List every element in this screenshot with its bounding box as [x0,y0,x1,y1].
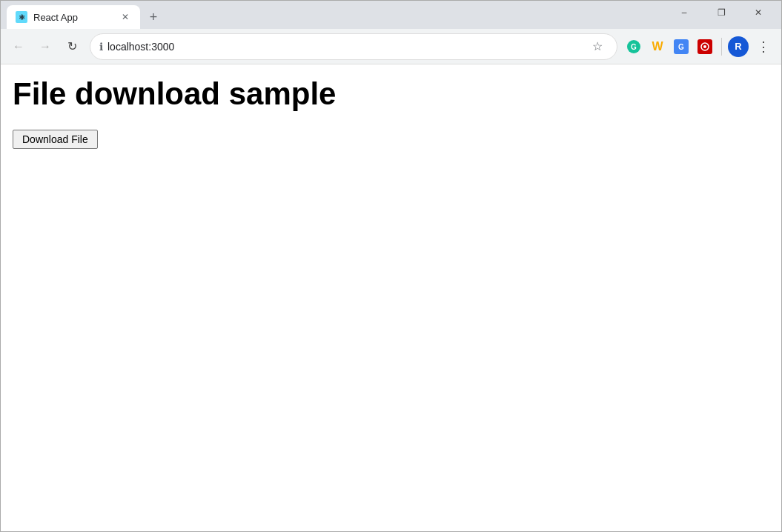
download-file-button[interactable]: Download File [13,130,98,149]
tab-close-button[interactable]: ✕ [119,11,131,23]
forward-icon: → [39,40,51,53]
back-icon: ← [13,40,24,53]
extensions-area: G W G [623,35,775,59]
browser-menu-button[interactable]: ⋮ [752,35,775,59]
close-icon: ✕ [755,7,762,18]
svg-text:G: G [631,43,637,51]
star-icon: ☆ [592,39,603,53]
new-tab-button[interactable]: + [143,7,164,27]
profile-avatar-button[interactable]: R [728,36,749,57]
info-icon: ℹ [99,41,103,53]
svg-point-6 [703,45,706,48]
reload-button[interactable]: ↻ [60,35,84,59]
extension-words-button[interactable]: W [647,36,668,57]
address-input[interactable] [107,41,583,53]
window-controls: – ❐ ✕ [667,2,775,23]
tab-bar: ⚛ React App ✕ + [7,1,667,29]
avatar-label: R [735,41,741,52]
toolbar-separator [721,38,722,56]
tab-title: React App [33,12,113,23]
maximize-button[interactable]: ❐ [704,2,738,23]
reload-icon: ↻ [67,39,77,53]
page-content: File download sample Download File [1,64,781,531]
grammarly-icon: G [626,39,641,54]
words-icon: W [652,40,663,53]
favicon-label: ⚛ [19,13,25,21]
extension-translate-button[interactable]: G [671,36,692,57]
extension-grammarly-button[interactable]: G [623,36,644,57]
page-heading: File download sample [13,76,769,112]
forward-button[interactable]: → [33,35,57,59]
translate-icon: G [674,39,689,54]
active-tab[interactable]: ⚛ React App ✕ [7,5,140,29]
close-button[interactable]: ✕ [741,2,775,23]
tab-favicon: ⚛ [16,11,27,23]
minimize-icon: – [682,7,687,18]
extension-lastpass-button[interactable] [695,36,715,57]
minimize-button[interactable]: – [667,2,701,23]
back-button[interactable]: ← [7,35,30,59]
address-bar[interactable]: ℹ ☆ [90,33,617,60]
menu-icon: ⋮ [757,39,770,55]
toolbar: ← → ↻ ℹ ☆ G W [1,29,781,64]
title-bar: ⚛ React App ✕ + – ❐ ✕ [1,1,781,29]
new-tab-icon: + [150,10,158,25]
svg-text:G: G [678,43,684,51]
browser-window: ⚛ React App ✕ + – ❐ ✕ ← → [0,0,782,532]
lastpass-icon [697,39,712,54]
maximize-icon: ❐ [718,7,726,18]
bookmark-button[interactable]: ☆ [587,36,608,57]
